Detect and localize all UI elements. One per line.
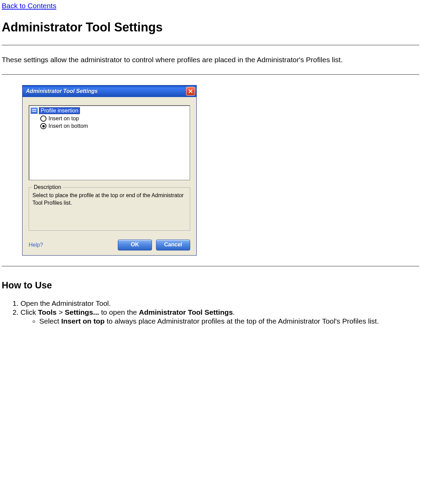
radio-insert-on-bottom[interactable]: Insert on bottom xyxy=(40,123,188,129)
close-button[interactable] xyxy=(186,87,195,96)
step-2-gt: > xyxy=(57,308,65,316)
how-to-use-heading: How to Use xyxy=(2,280,419,291)
tree-header-label: Profile insertion xyxy=(39,107,80,114)
groupbox-legend: Description xyxy=(32,184,62,190)
help-link[interactable]: Help? xyxy=(29,242,114,248)
step-1: Open the Administrator Tool. xyxy=(20,299,419,308)
step-2-text: Click xyxy=(20,308,38,316)
step-2-bold-settings: Settings... xyxy=(65,308,99,316)
settings-listbox[interactable]: Profile insertion Insert on top Insert o… xyxy=(29,105,190,180)
tree-item-profile-insertion[interactable]: Profile insertion xyxy=(31,107,188,114)
cancel-button[interactable]: Cancel xyxy=(156,240,190,250)
list-icon xyxy=(31,108,38,114)
close-icon xyxy=(188,89,193,93)
radio-label: Insert on bottom xyxy=(48,123,88,129)
divider xyxy=(2,45,419,45)
sub-item: Select Insert on top to always place Adm… xyxy=(39,317,419,325)
intro-text: These settings allow the administrator t… xyxy=(2,56,419,64)
radio-insert-on-top[interactable]: Insert on top xyxy=(40,115,188,122)
dialog-window: Administrator Tool Settings Profile inse… xyxy=(22,85,197,256)
description-text: Select to place the profile at the top o… xyxy=(32,192,186,206)
description-groupbox: Description Select to place the profile … xyxy=(29,187,190,231)
radio-icon xyxy=(40,115,46,122)
sub-pre: Select xyxy=(39,317,61,325)
step-2-bold-tools: Tools xyxy=(38,308,56,316)
step-2-bold-ats: Administrator Tool Settings xyxy=(139,308,233,316)
sub-post: to always place Administrator profiles a… xyxy=(104,317,379,325)
page-title: Administrator Tool Settings xyxy=(2,20,419,35)
titlebar-text: Administrator Tool Settings xyxy=(26,88,186,94)
steps-list: Open the Administrator Tool. Click Tools… xyxy=(10,299,419,325)
titlebar: Administrator Tool Settings xyxy=(23,85,196,97)
sub-list: Select Insert on top to always place Adm… xyxy=(29,317,419,325)
step-2-post: . xyxy=(233,308,235,316)
step-2-mid: to open the xyxy=(99,308,139,316)
ok-button[interactable]: OK xyxy=(118,240,152,250)
dialog-button-row: Help? OK Cancel xyxy=(29,240,190,250)
dialog-body: Profile insertion Insert on top Insert o… xyxy=(23,97,196,255)
dialog-screenshot: Administrator Tool Settings Profile inse… xyxy=(22,85,419,256)
divider xyxy=(2,266,419,267)
back-to-contents-link[interactable]: Back to Contents xyxy=(2,2,56,10)
divider xyxy=(2,74,419,75)
radio-label: Insert on top xyxy=(48,115,79,122)
radio-icon xyxy=(40,123,46,129)
sub-bold: Insert on top xyxy=(61,317,104,325)
step-2: Click Tools > Settings... to open the Ad… xyxy=(20,308,419,325)
